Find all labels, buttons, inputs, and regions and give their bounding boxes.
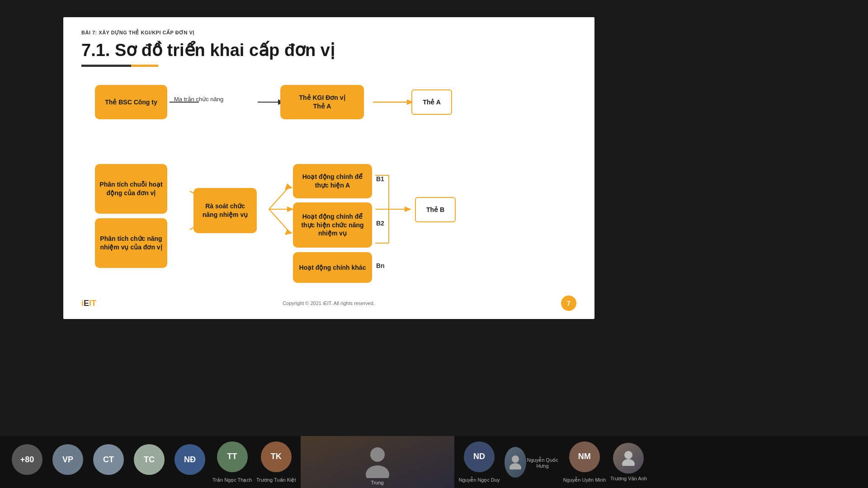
title-underline: [81, 65, 576, 67]
participant-ct[interactable]: CT: [90, 444, 127, 480]
phan-tich-chuoi-box: Phân tích chuỗi hoạt động của đơn vị: [95, 164, 167, 214]
nqh-silhouette: [509, 455, 522, 469]
underline-black: [81, 65, 131, 67]
part-name-nqh: Nguyễn Quốc Hưng: [526, 457, 558, 469]
hdchinh-khac-box: Hoạt động chính khác: [293, 252, 372, 283]
slide: BÀI 7: XÂY DỰNG THẺ KGI/KPI CẤP ĐƠN VỊ 7…: [63, 17, 594, 319]
tva-silhouette: [622, 450, 635, 466]
participant-tt[interactable]: TT Trần Ngọc Thạch: [212, 441, 252, 483]
video-participant-main[interactable]: Trung: [301, 436, 454, 488]
participant-vp[interactable]: VP: [50, 444, 86, 480]
avatar-tt: TT: [217, 441, 248, 472]
svg-point-24: [512, 455, 519, 463]
part-name-nd2: Nguyễn Ngọc Duy: [459, 477, 500, 483]
ra-soat-text: Rà soát chức năng nhiệm vụ: [198, 202, 252, 218]
ieit-logo: iEIT: [81, 299, 96, 308]
b1-label: B1: [376, 175, 384, 183]
avatar-nd: NĐ: [175, 444, 205, 475]
b2-label: B2: [376, 220, 384, 227]
avatar-tva: [613, 443, 644, 474]
bn-label: Bn: [376, 262, 385, 269]
svg-marker-21: [405, 206, 411, 212]
avatar-tk: TK: [261, 441, 292, 472]
kgi-box-text: Thẻ KGI Đơn vịThẻ A: [299, 94, 345, 110]
person-silhouette: [364, 446, 391, 478]
phan-tich-chuoi-text: Phân tích chuỗi hoạt động của đơn vị: [99, 180, 163, 197]
slide-footer: iEIT Copyright © 2021 iEIT. All rights r…: [81, 296, 576, 311]
participants-bar: +80 VP CT TC NĐ TT Trần Ngọc Thạch TK Tr…: [0, 436, 868, 488]
svg-marker-11: [285, 183, 292, 190]
participant-tk[interactable]: TK Trương Tuấn Kiệt: [256, 441, 296, 483]
matrix-label: Ma trận chức năng: [174, 96, 223, 103]
part-name-nm: Nguyễn Uyên Minh: [563, 477, 606, 483]
svg-line-10: [269, 187, 289, 209]
participant-nd[interactable]: NĐ: [172, 444, 208, 480]
svg-marker-15: [285, 229, 292, 235]
svg-point-22: [370, 447, 385, 462]
participant-nd2[interactable]: ND Nguyễn Ngọc Duy: [459, 441, 500, 483]
the-a-box: Thẻ A: [411, 89, 452, 115]
svg-point-23: [366, 465, 389, 478]
participant-more[interactable]: +80: [9, 444, 45, 480]
avatar-nqh: [505, 447, 527, 478]
part-name-video: Trung: [371, 480, 383, 485]
phan-tich-chuc-box: Phân tích chức năng nhiệm vụ của đơn vị: [95, 218, 167, 268]
avatar-nm: NM: [569, 441, 600, 472]
avatar-vp: VP: [52, 444, 83, 475]
participant-nqh[interactable]: Nguyễn Quốc Hưng: [505, 440, 559, 485]
diagram: Thẻ BSC Công ty Ma trận chức năng Thẻ KG…: [81, 76, 576, 284]
part-name-tva: Trương Văn Anh: [610, 476, 647, 482]
hdchinh-chucnang-text: Hoạt động chính để thực hiện chức năng n…: [297, 212, 368, 237]
svg-point-27: [622, 459, 635, 466]
slide-subtitle: BÀI 7: XÂY DỰNG THẺ KGI/KPI CẤP ĐƠN VỊ: [81, 30, 576, 36]
phan-tich-chuc-text: Phân tích chức năng nhiệm vụ của đơn vị: [99, 235, 163, 251]
svg-line-14: [269, 209, 289, 232]
avatar-ct: CT: [93, 444, 124, 475]
participant-nm[interactable]: NM Nguyễn Uyên Minh: [563, 441, 606, 483]
underline-orange: [131, 65, 158, 67]
the-b-box: Thẻ B: [415, 197, 456, 222]
hdchinh-khac-text: Hoạt động chính khác: [299, 263, 366, 272]
part-name-tt: Trần Ngọc Thạch: [212, 477, 252, 483]
page-number: 7: [561, 296, 576, 311]
hdchinh-a-box: Hoạt động chính để thực hiện A: [293, 164, 372, 198]
hdchinh-a-text: Hoạt động chính để thực hiện A: [297, 173, 368, 189]
kgi-box: Thẻ KGI Đơn vịThẻ A: [280, 85, 364, 119]
participant-tc[interactable]: TC: [131, 444, 167, 480]
part-name-tk: Trương Tuấn Kiệt: [256, 477, 296, 483]
footer-copyright: Copyright © 2021 iEIT. All rights reserv…: [283, 300, 375, 306]
hdchinh-chucnang-box: Hoạt động chính để thực hiện chức năng n…: [293, 202, 372, 248]
svg-point-25: [509, 463, 521, 469]
avatar-tc: TC: [134, 444, 165, 475]
avatar-more: +80: [12, 444, 42, 475]
slide-title: 7.1. Sơ đồ triển khai cấp đơn vị: [81, 40, 576, 61]
svg-point-26: [624, 451, 632, 459]
bsc-box: Thẻ BSC Công ty: [95, 85, 167, 119]
participant-tva[interactable]: Trương Văn Anh: [610, 443, 647, 482]
avatar-nd2: ND: [464, 441, 495, 472]
ra-soat-box: Rà soát chức năng nhiệm vụ: [193, 188, 257, 233]
